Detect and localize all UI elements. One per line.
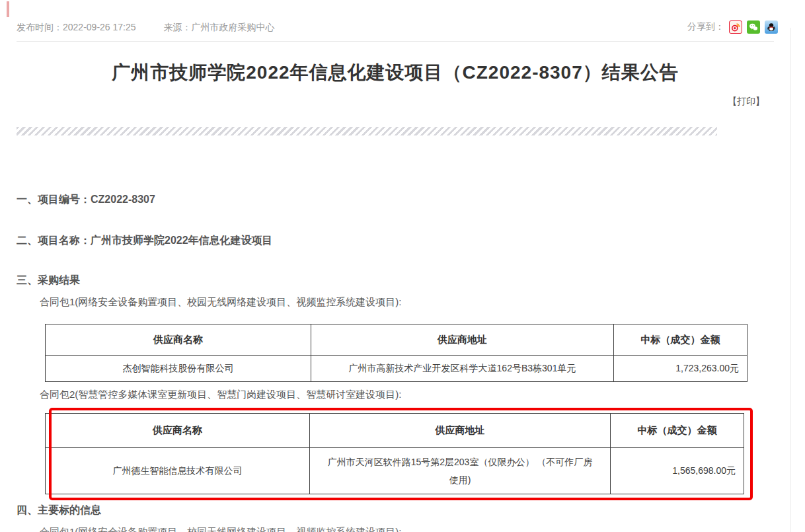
award-amount-cell: 1,565,698.00元 — [611, 448, 744, 494]
content-right-border — [790, 28, 791, 532]
package2-table-wrapper: 供应商名称 供应商地址 中标（成交）金额 广州德生智能信息技术有限公司 广州市天… — [45, 413, 744, 494]
package2-intro: 合同包2(智慧管控多媒体课室更新项目、智慧门岗建设项目、智慧研讨室建设项目): — [40, 389, 402, 401]
page-title: 广州市技师学院2022年信息化建设项目（CZ2022-8307）结果公告 — [0, 60, 790, 85]
publish-time-text: 发布时间：2022-09-26 17:25 — [17, 22, 136, 34]
supplier-address-cell: 广州市高新技术产业开发区科学大道162号B3栋301单元 — [311, 356, 614, 382]
supplier-name-cell: 广州德生智能信息技术有限公司 — [46, 448, 310, 494]
result-announcement-page: 发布时间：2022-09-26 17:25 来源：广州市政府采购中心 分享到： — [0, 0, 805, 532]
meta-bar: 发布时间：2022-09-26 17:25 来源：广州市政府采购中心 — [17, 22, 275, 34]
table-header-row: 供应商名称 供应商地址 中标（成交）金额 — [46, 414, 744, 448]
section-project-name: 二、项目名称：广州市技师学院2022年信息化建设项目 — [17, 234, 273, 248]
section-procurement-result: 三、采购结果 — [17, 274, 80, 287]
header-award-amount: 中标（成交）金额 — [611, 414, 744, 448]
share-bar: 分享到： — [687, 20, 778, 34]
table-header-row: 供应商名称 供应商地址 中标（成交）金额 — [46, 324, 748, 356]
package2-result-table: 供应商名称 供应商地址 中标（成交）金额 广州德生智能信息技术有限公司 广州市天… — [45, 413, 744, 494]
table-row: 广州德生智能信息技术有限公司 广州市天河区软件路15号第2层203室（仅限办公）… — [46, 448, 744, 494]
table-row: 杰创智能科技股份有限公司 广州市高新技术产业开发区科学大道162号B3栋301单… — [46, 356, 748, 382]
header-supplier-address: 供应商地址 — [311, 324, 614, 356]
section-main-subject-info: 四、主要标的信息 — [17, 504, 101, 517]
print-button[interactable]: 【打印】 — [728, 96, 765, 108]
clipped-bottom-text: 合同包1(网络安全设备购置项目、校园无线网络建设项目、视频监控系统建设项目): — [40, 526, 402, 532]
share-label: 分享到： — [687, 21, 724, 33]
header-supplier-address: 供应商地址 — [310, 414, 611, 448]
header-divider — [17, 41, 774, 42]
source-text: 来源：广州市政府采购中心 — [164, 22, 275, 34]
supplier-name-cell: 杰创智能科技股份有限公司 — [46, 356, 311, 382]
header-supplier-name: 供应商名称 — [46, 324, 311, 356]
wechat-share-icon[interactable] — [747, 20, 760, 34]
header-supplier-name: 供应商名称 — [46, 414, 310, 448]
section-project-number: 一、项目编号：CZ2022-8307 — [17, 193, 155, 207]
award-amount-cell: 1,723,263.00元 — [614, 356, 748, 382]
qq-share-icon[interactable] — [765, 20, 778, 34]
left-edge-red-mark — [7, 1, 9, 17]
supplier-address-cell: 广州市天河区软件路15号第2层203室（仅限办公） （不可作厂房使用) — [310, 448, 611, 494]
package1-result-table: 供应商名称 供应商地址 中标（成交）金额 杰创智能科技股份有限公司 广州市高新技… — [45, 324, 748, 382]
package1-intro: 合同包1(网络安全设备购置项目、校园无线网络建设项目、视频监控系统建设项目): — [40, 296, 402, 309]
hatched-divider — [17, 127, 717, 135]
header-award-amount: 中标（成交）金额 — [614, 324, 748, 356]
weibo-share-icon[interactable] — [729, 20, 742, 34]
